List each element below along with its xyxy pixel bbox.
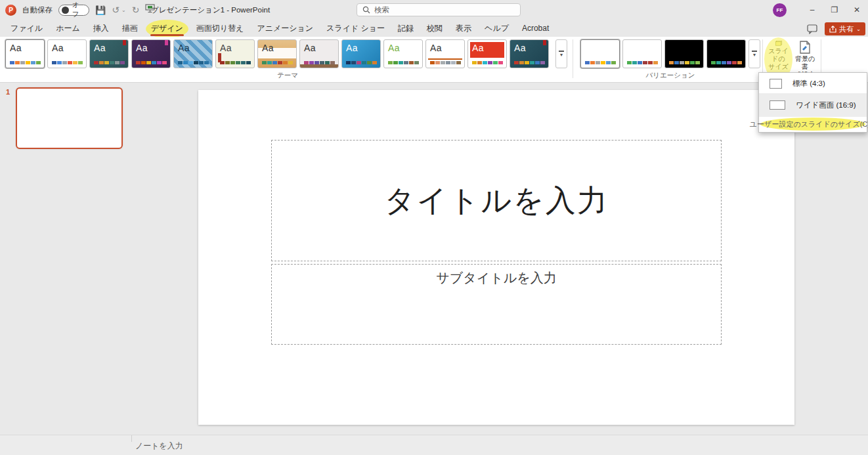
variants-group-label: バリエーション [580,71,760,80]
tab-描画[interactable]: 描画 [116,20,144,37]
tab-スライド ショー[interactable]: スライド ショー [320,20,391,37]
theme-thumbnail-10[interactable]: Aa [383,39,423,68]
search-box[interactable] [357,3,521,16]
gallery-more-caret-icon: ▾ [560,53,563,57]
variant-thumbnail-1[interactable] [580,39,620,68]
tab-記録[interactable]: 記録 [391,20,420,37]
format-background-icon [798,41,812,54]
theme-aa-sample: Aa [346,43,358,53]
search-icon [362,6,370,14]
main-area: 1 タイトルを入力 サブタイトルを入力 [0,83,868,435]
subtitle-placeholder[interactable]: サブタイトルを入力 [271,264,722,345]
share-icon [829,26,836,33]
comments-button[interactable] [805,22,819,35]
restore-button[interactable]: ❐ [823,0,846,20]
search-input[interactable] [374,6,515,14]
theme-color-palette [430,61,461,64]
slide-thumbnail-panel: 1 [0,83,131,435]
aspect-ratio-icon [770,100,785,110]
slide-size-icon [770,41,787,46]
notes-placeholder: ノートを入力 [135,441,183,452]
undo-caret-icon[interactable]: ⌄ [121,7,126,13]
tab-label: 校閲 [427,24,443,33]
tab-label: 表示 [456,24,471,33]
theme-accent-line [428,58,462,60]
variant-thumbnail-3[interactable] [664,39,704,68]
tab-label: デザイン [151,24,183,33]
theme-aa-sample: Aa [388,43,400,53]
tab-ヘルプ[interactable]: ヘルプ [478,20,515,37]
gallery-more-caret-icon: ▾ [753,53,756,57]
undo-icon[interactable]: ↺ [112,5,119,14]
theme-gallery: AaAaAaAaAaAaAaAaAaAaAaAaAa [5,39,549,68]
tab-label: 画面切り替え [196,24,244,33]
redo-icon[interactable]: ↻ [132,5,140,14]
tab-表示[interactable]: 表示 [449,20,478,37]
slide-canvas[interactable]: タイトルを入力 サブタイトルを入力 [198,90,794,425]
theme-color-palette [262,61,293,64]
variants-more-button[interactable]: ▾ [749,39,760,68]
theme-color-palette [388,61,419,64]
slide-size-label-line2: サイズ [768,63,789,70]
tab-挿入[interactable]: 挿入 [87,20,116,37]
theme-thumbnail-7[interactable]: Aa [257,39,297,68]
theme-thumbnail-9[interactable]: Aa [341,39,381,68]
themes-group-label: テーマ [5,71,570,80]
user-avatar[interactable]: FF [773,3,787,17]
slide-thumbnail[interactable] [16,87,123,149]
theme-thumbnail-8[interactable]: Aa [299,39,339,68]
powerpoint-logo-icon: P [5,5,16,16]
ribbon-tabs: ファイルホーム挿入描画デザイン画面切り替えアニメーションスライド ショー記録校閲… [4,20,555,37]
theme-color-palette [136,61,167,64]
tab-label: ホーム [56,24,80,33]
notes-pane[interactable]: ノートを入力 [0,435,868,455]
theme-thumbnail-11[interactable]: Aa [425,39,465,68]
theme-accent-mark [165,40,168,45]
title-placeholder[interactable]: タイトルを入力 [271,140,722,261]
menu-item-1[interactable]: 標準 (4:3) [759,74,867,93]
theme-thumbnail-13[interactable]: Aa [510,39,549,68]
autosave-state: オフ [72,1,86,19]
theme-thumbnail-12[interactable]: Aa [467,39,507,68]
theme-aa-sample: Aa [178,43,190,53]
menu-item-label: 標準 (4:3) [792,79,825,89]
share-caret-icon: ⌄ [856,26,861,32]
tab-校閲[interactable]: 校閲 [420,20,449,37]
theme-thumbnail-4[interactable]: Aa [131,39,171,68]
theme-aa-sample: Aa [472,43,484,53]
themes-more-button[interactable]: ▾ [555,39,567,68]
tab-アニメーション[interactable]: アニメーション [250,20,320,37]
tab-ホーム[interactable]: ホーム [49,20,87,37]
variant-thumbnail-4[interactable] [706,39,746,68]
theme-thumbnail-2[interactable]: Aa [47,39,87,68]
theme-color-palette [711,61,742,64]
theme-base-strip [300,64,338,68]
tab-ファイル[interactable]: ファイル [4,20,49,37]
quick-access-toolbar: P 自動保存 オフ 💾 ↺⌄ ↻ ⌄ [5,0,166,20]
save-icon[interactable]: 💾 [95,6,106,14]
close-button[interactable]: ✕ [846,0,868,20]
theme-aa-sample: Aa [52,43,64,53]
menu-item-3[interactable]: ユーザー設定のスライドのサイズ(C)... [759,117,867,131]
theme-thumbnail-3[interactable]: Aa [89,39,129,68]
theme-aa-sample: Aa [304,43,316,53]
share-label: 共有 [839,24,854,34]
minimize-button[interactable]: – [801,0,823,20]
slide-size-menu: 標準 (4:3)ワイド画面 (16:9)ユーザー設定のスライドのサイズ(C)..… [758,72,867,133]
theme-accent-mark [123,40,126,45]
share-button[interactable]: 共有 ⌄ [825,22,865,35]
theme-thumbnail-1[interactable]: Aa [5,39,45,68]
theme-thumbnail-5[interactable]: Aa [173,39,213,68]
theme-aa-sample: Aa [94,43,106,53]
variant-thumbnail-2[interactable] [622,39,662,68]
menu-item-label: ワイド画面 (16:9) [796,100,856,110]
ribbon-design: AaAaAaAaAaAaAaAaAaAaAaAaAa ▾ テーマ ▾ バリエーシ… [0,37,868,83]
theme-aa-sample: Aa [430,43,442,53]
tab-画面切り替え[interactable]: 画面切り替え [190,20,251,37]
theme-thumbnail-6[interactable]: Aa [215,39,255,68]
menu-item-2[interactable]: ワイド画面 (16:9) [759,93,867,117]
title-placeholder-text: タイトルを入力 [384,181,608,221]
autosave-toggle[interactable]: オフ [58,5,89,16]
tab-デザイン[interactable]: デザイン [144,20,190,37]
tab-Acrobat[interactable]: Acrobat [515,20,555,37]
